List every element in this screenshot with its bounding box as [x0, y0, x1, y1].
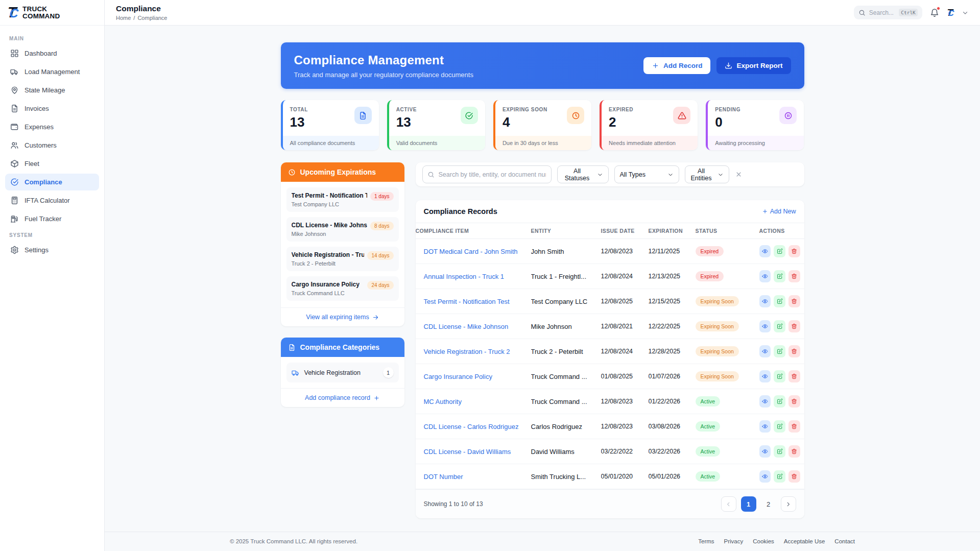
expiration-list-item[interactable]: Cargo Insurance Policy Truck Command LLC…: [286, 276, 399, 301]
entity-filter-select[interactable]: All Entities: [685, 165, 729, 183]
edit-record-button[interactable]: [774, 470, 785, 483]
status-badge: Active: [696, 446, 721, 457]
record-issue-date: 12/08/2025: [601, 289, 649, 314]
page-button[interactable]: 1: [741, 496, 756, 512]
delete-record-button[interactable]: [788, 245, 800, 257]
notifications-button[interactable]: [930, 8, 939, 17]
expiration-list-item[interactable]: Test Permit - Notification Test Test Com…: [286, 187, 399, 212]
view-record-button[interactable]: [759, 370, 771, 382]
sidebar-item[interactable]: Dashboard: [5, 45, 99, 62]
edit-record-button[interactable]: [774, 270, 785, 282]
record-entity: David Williams: [531, 439, 601, 464]
footer-link[interactable]: Privacy: [724, 538, 744, 544]
global-search[interactable]: Search... CtrlK: [854, 6, 922, 19]
record-link[interactable]: MC Authority: [424, 398, 462, 405]
file-icon: [288, 344, 296, 351]
sidebar-item[interactable]: Invoices: [5, 100, 99, 117]
delete-record-button[interactable]: [788, 395, 800, 408]
status-filter-select[interactable]: All Statuses: [557, 165, 609, 183]
expiration-list-item[interactable]: Vehicle Registration - Truc... Truck 2 -…: [286, 247, 399, 271]
export-report-button[interactable]: Export Report: [716, 57, 791, 74]
view-all-expiring-link[interactable]: View all expiring items: [281, 307, 404, 326]
sidebar-item[interactable]: Expenses: [5, 118, 99, 135]
breadcrumb-home[interactable]: Home: [116, 15, 131, 21]
view-record-button[interactable]: [759, 470, 771, 483]
records-search-input[interactable]: [422, 165, 552, 183]
previous-page-button[interactable]: [721, 496, 736, 512]
next-page-button[interactable]: [781, 496, 796, 512]
delete-record-button[interactable]: [788, 470, 800, 483]
delete-record-button[interactable]: [788, 445, 800, 458]
delete-record-button[interactable]: [788, 345, 800, 357]
brand-logo[interactable]: T C TRUCK COMMAND: [0, 0, 104, 26]
type-filter-select[interactable]: All Types: [614, 165, 679, 183]
view-record-button[interactable]: [759, 420, 771, 433]
add-new-label: Add New: [770, 208, 796, 215]
sidebar-item-label: Customers: [25, 141, 57, 149]
footer-link[interactable]: Terms: [698, 538, 714, 544]
sidebar-item[interactable]: Customers: [5, 137, 99, 154]
edit-record-button[interactable]: [774, 245, 785, 257]
add-compliance-record-link[interactable]: Add compliance record: [281, 388, 404, 407]
sidebar-item[interactable]: IFTA Calculator: [5, 192, 99, 209]
column-header: EXPIRATION: [649, 223, 696, 239]
view-record-button[interactable]: [759, 270, 771, 282]
truck-icon: [10, 67, 19, 76]
records-table-body: DOT Medical Card - John Smith John Smith…: [416, 239, 804, 489]
edit-record-button[interactable]: [774, 320, 785, 332]
expiration-list-item[interactable]: CDL License - Mike Johnson Mike Johnson …: [286, 217, 399, 242]
view-record-button[interactable]: [759, 395, 771, 408]
footer-link[interactable]: Contact: [834, 538, 855, 544]
view-record-button[interactable]: [759, 345, 771, 357]
record-link[interactable]: DOT Number: [424, 473, 463, 481]
delete-record-button[interactable]: [788, 270, 800, 282]
edit-record-button[interactable]: [774, 395, 785, 408]
record-issue-date: 01/08/2025: [601, 364, 649, 389]
record-link[interactable]: CDL License - Mike Johnson: [424, 323, 509, 330]
sidebar-item[interactable]: Settings: [5, 242, 99, 258]
sidebar-item[interactable]: Fleet: [5, 155, 99, 172]
record-link[interactable]: DOT Medical Card - John Smith: [424, 248, 518, 255]
edit-record-button[interactable]: [774, 420, 785, 433]
compliance-categories-header: Compliance Categories: [281, 338, 404, 357]
view-record-button[interactable]: [759, 320, 771, 332]
record-link[interactable]: Cargo Insurance Policy: [424, 373, 492, 380]
delete-record-button[interactable]: [788, 320, 800, 332]
record-link[interactable]: Vehicle Registration - Truck 2: [424, 348, 510, 355]
record-link[interactable]: Annual Inspection - Truck 1: [424, 273, 505, 280]
sidebar-item[interactable]: Compliance: [5, 174, 99, 190]
record-link[interactable]: Test Permit - Notification Test: [424, 298, 510, 305]
record-link[interactable]: CDL License - David Williams: [424, 448, 511, 456]
sidebar-item[interactable]: State Mileage: [5, 82, 99, 99]
edit-record-button[interactable]: [774, 445, 785, 458]
sidebar-item[interactable]: Fuel Tracker: [5, 210, 99, 227]
add-new-button[interactable]: Add New: [762, 208, 796, 215]
records-title: Compliance Records: [424, 207, 497, 215]
breadcrumb-separator: /: [133, 15, 135, 21]
view-record-button[interactable]: [759, 295, 771, 307]
record-link[interactable]: CDL License - Carlos Rodriguez: [424, 423, 519, 430]
user-avatar[interactable]: T C: [946, 7, 954, 18]
category-list-item[interactable]: Vehicle Registration 1: [286, 363, 399, 382]
wallet-icon: [10, 123, 19, 131]
view-record-button[interactable]: [759, 445, 771, 458]
trash-icon: [791, 448, 797, 454]
edit-record-button[interactable]: [774, 370, 785, 382]
map-pin-icon: [10, 86, 19, 94]
footer-link[interactable]: Acceptable Use: [784, 538, 825, 544]
add-record-button[interactable]: Add Record: [643, 57, 711, 74]
footer-link[interactable]: Cookies: [753, 538, 774, 544]
clear-filters-button[interactable]: [735, 171, 743, 178]
page-button[interactable]: 2: [761, 496, 776, 512]
chevron-down-icon[interactable]: [962, 9, 969, 16]
delete-record-button[interactable]: [788, 295, 800, 307]
table-row: Annual Inspection - Truck 1 Truck 1 - Fr…: [416, 264, 804, 289]
edit-record-button[interactable]: [774, 295, 785, 307]
edit-record-button[interactable]: [774, 345, 785, 357]
sidebar-item[interactable]: Load Management: [5, 63, 99, 80]
view-record-button[interactable]: [759, 245, 771, 257]
delete-record-button[interactable]: [788, 370, 800, 382]
plus-icon: [762, 208, 768, 214]
edit-icon: [777, 448, 783, 454]
delete-record-button[interactable]: [788, 420, 800, 433]
